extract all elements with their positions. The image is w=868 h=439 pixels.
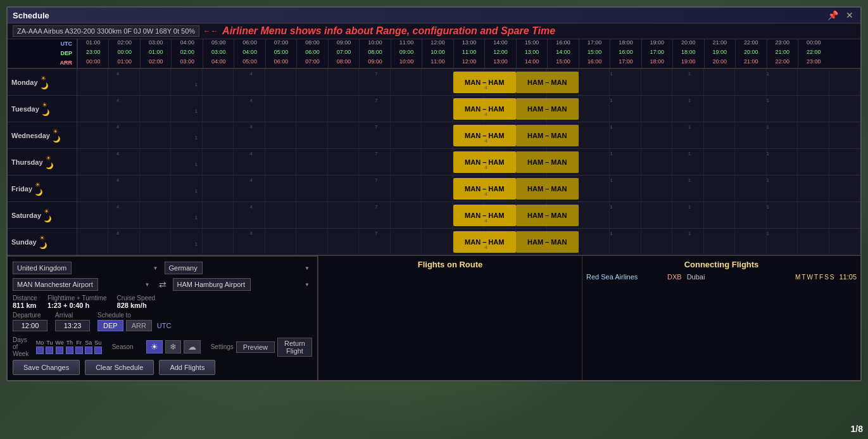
clear-schedule-button[interactable]: Clear Schedule xyxy=(85,360,154,375)
grid-number: 1 xyxy=(610,204,612,210)
grid-number: 1 xyxy=(195,215,198,220)
day-grid-wednesday[interactable]: MAN – HAMHAM – MAN44741111 xyxy=(77,122,860,148)
preview-button[interactable]: Preview xyxy=(236,341,275,353)
time-dep-10: 09:00 xyxy=(391,49,422,58)
departure-field: Departure xyxy=(13,312,47,331)
season-winter-btn[interactable]: ❄ xyxy=(165,340,181,353)
window-titlebar: Schedule 📌 ✕ xyxy=(8,8,860,23)
time-arr-3: 03:00 xyxy=(171,58,202,68)
time-arr-22: 22:00 xyxy=(767,58,798,68)
season-summer-btn[interactable]: ☀ xyxy=(146,340,163,353)
day-grid-saturday[interactable]: MAN – HAMHAM – MAN44741111 xyxy=(77,202,860,228)
close-button[interactable]: ✕ xyxy=(844,10,855,20)
return-flight-button[interactable]: Return Flight xyxy=(277,338,312,357)
connecting-flight-row: Red Sea Airlines DXB Dubai M T W T F S S… xyxy=(586,273,857,281)
day-grid-friday[interactable]: MAN – HAMHAM – MAN44741111 xyxy=(77,175,860,201)
departure-input[interactable] xyxy=(13,320,47,331)
grid-number: 1 xyxy=(195,135,198,141)
save-changes-button[interactable]: Save Changes xyxy=(13,360,80,375)
grid-number: 1 xyxy=(767,177,769,183)
day-th-checkbox[interactable] xyxy=(66,347,73,354)
day-grid-monday[interactable]: MAN – HAMHAM – MAN44741111 xyxy=(77,69,860,95)
time-utc-1: 02:00 xyxy=(108,39,139,49)
dest-airport-select[interactable]: HAM Hamburg Airport xyxy=(173,278,251,291)
time-dep-12: 11:00 xyxy=(453,49,484,58)
arr-button[interactable]: ARR xyxy=(126,320,152,331)
time-utc-2: 03:00 xyxy=(140,39,171,49)
origin-country-select[interactable]: United Kingdom xyxy=(13,262,72,274)
time-arr-2: 02:00 xyxy=(140,58,171,68)
grid-number: 1 xyxy=(688,151,691,156)
day-m: M xyxy=(795,274,800,281)
sun-icon: ☀ xyxy=(39,234,47,241)
grid-number: 7 xyxy=(375,71,377,77)
day-we-checkbox[interactable] xyxy=(56,347,63,354)
day-name-saturday: Saturday ☀ 🌙 xyxy=(8,202,77,228)
sun-icon: ☀ xyxy=(53,128,60,135)
annotation-text: Airliner Menu shows info about Range, co… xyxy=(222,25,555,37)
bottom-panel: United Kingdom Germany MAN Manchester Ai… xyxy=(8,256,318,380)
time-arr-21: 21:00 xyxy=(735,58,766,68)
day-tu-checkbox[interactable] xyxy=(46,347,53,354)
arrival-input[interactable] xyxy=(55,320,90,331)
pin-button[interactable]: 📌 xyxy=(826,10,840,20)
day-row-friday: Friday ☀ 🌙 MAN – HAMHAM – MAN44741111 xyxy=(8,175,860,202)
day-mo-checkbox[interactable] xyxy=(36,347,44,354)
time-dep-8: 07:00 xyxy=(328,49,359,58)
flight-ham-man[interactable]: HAM – MAN xyxy=(516,178,579,200)
connecting-flights-panel: Connecting Flights Red Sea Airlines DXB … xyxy=(582,256,860,380)
time-dep-16: 15:00 xyxy=(579,49,610,58)
day-su-checkbox[interactable] xyxy=(94,347,102,354)
settings-label: Settings xyxy=(211,343,234,350)
time-arr-10: 10:00 xyxy=(391,58,422,68)
day-sa-checkbox[interactable] xyxy=(85,347,92,354)
arrival-label: Arrival xyxy=(55,312,90,319)
time-arr-23: 23:00 xyxy=(798,58,829,68)
flight-ham-man[interactable]: HAM – MAN xyxy=(516,151,579,173)
time-dep-14: 13:00 xyxy=(516,49,547,58)
moon-icon: 🌙 xyxy=(53,136,60,143)
time-fields: Departure Arrival xyxy=(13,312,90,331)
day-label: Thursday xyxy=(11,158,43,166)
grid-number: 4 xyxy=(116,71,119,77)
season-cloud-btn[interactable]: ☁ xyxy=(184,340,201,353)
time-dep-19: 18:00 xyxy=(672,49,703,58)
day-grid-tuesday[interactable]: MAN – HAMHAM – MAN44741111 xyxy=(77,96,860,122)
grid-number: 4 xyxy=(484,218,487,224)
swap-icon[interactable]: ⇄ xyxy=(156,279,169,289)
moon-icon: 🌙 xyxy=(44,215,51,222)
dep-button[interactable]: DEP xyxy=(97,320,123,331)
day-fr-checkbox[interactable] xyxy=(75,347,83,354)
dest-country-select[interactable]: Germany xyxy=(165,262,203,274)
time-arr-7: 07:00 xyxy=(296,58,327,68)
time-utc-23: 00:00 xyxy=(798,39,829,49)
airport-city: Dubai xyxy=(687,273,790,281)
flight-ham-man[interactable]: HAM – MAN xyxy=(516,231,579,253)
airliner-info[interactable]: ZA-AAA Airbus A320-200 3300km 0F 0J 0W 1… xyxy=(13,25,199,37)
day-grid-thursday[interactable]: MAN – HAMHAM – MAN44741111 xyxy=(77,149,860,175)
time-utc-21: 22:00 xyxy=(735,39,766,49)
day-t1: T xyxy=(802,274,805,281)
time-utc-13: 14:00 xyxy=(484,39,515,49)
day-row-sunday: Sunday ☀ 🌙 MAN – HAMHAM – MAN44741111 xyxy=(8,229,860,255)
dest-country-wrapper: Germany xyxy=(165,262,313,274)
time-dep-13: 12:00 xyxy=(484,49,515,58)
time-utc-9: 10:00 xyxy=(359,39,390,49)
flight-ham-man[interactable]: HAM – MAN xyxy=(516,125,579,146)
flight-ham-man[interactable]: HAM – MAN xyxy=(516,72,579,93)
grid-number: 1 xyxy=(767,71,769,77)
grid-number: 4 xyxy=(249,71,252,77)
flight-ham-man[interactable]: HAM – MAN xyxy=(516,98,579,120)
add-flights-button[interactable]: Add Flights xyxy=(159,360,215,375)
flight-ham-man[interactable]: HAM – MAN xyxy=(516,205,579,226)
origin-airport-wrapper: MAN Manchester Airport xyxy=(13,278,153,291)
time-utc-6: 07:00 xyxy=(265,39,296,49)
days-label: Days of Week xyxy=(13,336,34,357)
day-grid-sunday[interactable]: MAN – HAMHAM – MAN44741111 xyxy=(77,229,860,255)
grid-number: 1 xyxy=(610,71,612,77)
flighttime-label: Flighttime + Turntime xyxy=(47,295,107,302)
grid-number: 1 xyxy=(688,231,691,236)
day-row-monday: Monday ☀ 🌙 MAN – HAMHAM – MAN44741111 xyxy=(8,69,860,96)
time-arr-6: 06:00 xyxy=(265,58,296,68)
origin-airport-select[interactable]: MAN Manchester Airport xyxy=(13,278,98,291)
